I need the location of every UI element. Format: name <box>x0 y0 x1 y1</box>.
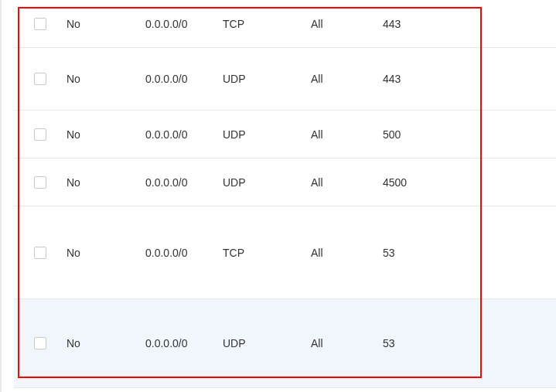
cell-src-port: All <box>305 68 377 90</box>
row-checkbox[interactable] <box>34 18 46 30</box>
cell-stateless: No <box>60 172 139 193</box>
cell-source: 0.0.0.0/0 <box>139 68 217 90</box>
cell-dst-port: 443 <box>377 13 446 35</box>
table-row[interactable]: No 0.0.0.0/0 TCP All 443 <box>14 0 556 48</box>
cell-dst-port: 443 <box>377 68 446 90</box>
cell-protocol: UDP <box>217 172 305 193</box>
row-checkbox-cell <box>14 13 60 35</box>
rules-table: No 0.0.0.0/0 TCP All 443 No 0.0.0.0/0 UD… <box>14 0 556 388</box>
cell-source: 0.0.0.0/0 <box>139 242 217 264</box>
cell-source: 0.0.0.0/0 <box>139 13 217 35</box>
row-checkbox[interactable] <box>34 128 46 141</box>
cell-stateless: No <box>60 124 139 145</box>
cell-src-port: All <box>305 13 377 35</box>
row-checkbox[interactable] <box>34 176 46 189</box>
cell-stateless: No <box>60 332 139 354</box>
cell-source: 0.0.0.0/0 <box>139 124 217 145</box>
row-checkbox-cell <box>14 124 60 145</box>
cell-stateless: No <box>60 13 139 35</box>
row-checkbox-cell <box>14 172 60 193</box>
cell-protocol: UDP <box>217 124 305 145</box>
row-checkbox-cell <box>14 332 60 354</box>
row-checkbox[interactable] <box>34 247 46 259</box>
cell-src-port: All <box>305 172 377 193</box>
cell-protocol: UDP <box>217 68 305 90</box>
left-border-decoration <box>0 0 2 392</box>
table-row[interactable]: No 0.0.0.0/0 UDP All 53 <box>14 299 556 388</box>
row-checkbox-cell <box>14 242 60 264</box>
cell-dst-port: 500 <box>377 124 446 145</box>
row-checkbox[interactable] <box>34 337 46 349</box>
row-checkbox-cell <box>14 68 60 90</box>
cell-protocol: TCP <box>217 13 305 35</box>
cell-src-port: All <box>305 124 377 145</box>
table-row[interactable]: No 0.0.0.0/0 TCP All 53 <box>14 206 556 299</box>
table-row[interactable]: No 0.0.0.0/0 UDP All 4500 <box>14 159 556 206</box>
cell-protocol: UDP <box>217 332 305 354</box>
cell-dst-port: 53 <box>377 332 446 354</box>
cell-source: 0.0.0.0/0 <box>139 332 217 354</box>
cell-dst-port: 53 <box>377 242 446 264</box>
cell-source: 0.0.0.0/0 <box>139 172 217 193</box>
cell-src-port: All <box>305 332 377 354</box>
table-row[interactable]: No 0.0.0.0/0 UDP All 500 <box>14 111 556 159</box>
cell-dst-port: 4500 <box>377 172 446 193</box>
cell-stateless: No <box>60 68 139 90</box>
cell-stateless: No <box>60 242 139 264</box>
cell-protocol: TCP <box>217 242 305 264</box>
table-row[interactable]: No 0.0.0.0/0 UDP All 443 <box>14 48 556 111</box>
row-checkbox[interactable] <box>34 73 46 85</box>
cell-src-port: All <box>305 242 377 264</box>
